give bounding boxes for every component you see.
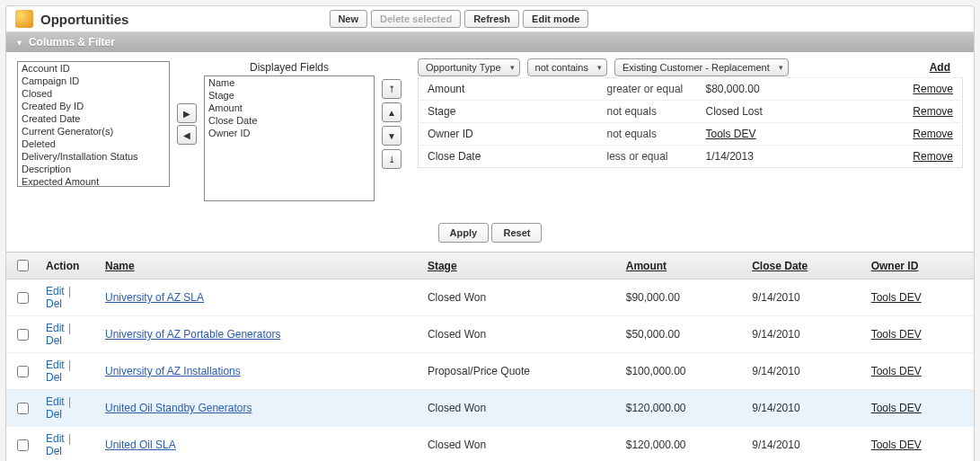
available-field-option[interactable]: Created Date (18, 112, 169, 125)
row-checkbox[interactable] (17, 329, 29, 341)
filter-conditions-table: Amountgreater or equal$80,000.00RemoveSt… (418, 77, 963, 168)
displayed-fields-list[interactable]: NameStageAmountClose DateOwner ID (204, 75, 375, 201)
row-stage: Proposal/Price Quote (420, 353, 619, 390)
row-name-link[interactable]: University of AZ Portable Generators (105, 328, 280, 341)
available-field-option[interactable]: Expected Amount (18, 175, 169, 187)
row-checkbox[interactable] (17, 366, 29, 377)
row-edit-link[interactable]: Edit (46, 395, 65, 408)
displayed-field-option[interactable]: Amount (205, 102, 374, 114)
refresh-button[interactable]: Refresh (464, 10, 519, 28)
displayed-fields-label: Displayed Fields (250, 61, 329, 74)
col-action: Action (39, 253, 98, 279)
filter-remove-link[interactable]: Remove (913, 83, 953, 95)
row-delete-link[interactable]: Del (46, 334, 62, 347)
row-stage: Closed Won (420, 279, 619, 316)
filter-field: Close Date (419, 146, 598, 168)
available-fields-list[interactable]: Account IDCampaign IDClosedCreated By ID… (17, 61, 170, 187)
filter-field-select[interactable]: Opportunity Type (418, 58, 520, 76)
filter-remove-link[interactable]: Remove (913, 105, 953, 118)
available-field-option[interactable]: Description (18, 163, 169, 175)
displayed-field-option[interactable]: Owner ID (205, 127, 374, 139)
filter-value-select[interactable]: Existing Customer - Replacement (614, 58, 789, 76)
row-close: 9/14/2010 (745, 427, 863, 462)
row-name-link[interactable]: University of AZ Installations (105, 365, 241, 377)
displayed-field-option[interactable]: Close Date (205, 114, 374, 127)
row-delete-link[interactable]: Del (46, 297, 62, 310)
displayed-field-option[interactable]: Name (205, 76, 374, 89)
row-stage: Closed Won (420, 316, 619, 353)
edit-mode-button[interactable]: Edit mode (523, 10, 588, 28)
row-owner-link[interactable]: Tools DEV (871, 365, 922, 377)
col-amount[interactable]: Amount (619, 253, 745, 279)
filter-value: Closed Lost (706, 105, 763, 118)
row-amount: $120,000.00 (619, 427, 745, 462)
row-name-link[interactable]: United Oil SLA (105, 439, 176, 451)
row-close: 9/14/2010 (745, 390, 863, 427)
available-field-option[interactable]: Delivery/Installation Status (18, 150, 169, 163)
filter-value: 1/14/2013 (706, 150, 754, 163)
row-amount: $120,000.00 (619, 390, 745, 427)
filter-op: less or equal (598, 146, 697, 168)
select-all-checkbox[interactable] (17, 260, 29, 271)
row-edit-link[interactable]: Edit (46, 432, 65, 445)
row-close: 9/14/2010 (745, 353, 863, 390)
row-owner-link[interactable]: Tools DEV (871, 291, 922, 304)
row-checkbox[interactable] (17, 292, 29, 304)
row-name-link[interactable]: United Oil Standby Generators (105, 402, 252, 414)
available-field-option[interactable]: Campaign ID (18, 75, 169, 87)
row-stage: Closed Won (420, 427, 619, 462)
row-owner-link[interactable]: Tools DEV (871, 328, 922, 341)
filter-remove-link[interactable]: Remove (913, 128, 953, 140)
row-stage: Closed Won (420, 390, 619, 427)
row-checkbox[interactable] (17, 403, 29, 414)
opportunities-icon (15, 10, 33, 28)
row-edit-link[interactable]: Edit (46, 359, 65, 371)
available-field-option[interactable]: Account ID (18, 62, 169, 75)
col-close[interactable]: Close Date (745, 253, 863, 279)
new-button[interactable]: New (329, 10, 367, 28)
filter-remove-link[interactable]: Remove (913, 150, 953, 163)
row-close: 9/14/2010 (745, 279, 863, 316)
row-amount: $50,000.00 (619, 316, 745, 353)
apply-button[interactable]: Apply (438, 223, 490, 243)
available-field-option[interactable]: Deleted (18, 137, 169, 150)
move-left-button[interactable]: ◀ (177, 125, 197, 145)
reset-button[interactable]: Reset (491, 223, 542, 243)
row-amount: $90,000.00 (619, 279, 745, 316)
delete-selected-button[interactable]: Delete selected (371, 10, 461, 28)
move-right-button[interactable]: ▶ (177, 103, 197, 123)
available-field-option[interactable]: Current Generator(s) (18, 125, 169, 137)
row-delete-link[interactable]: Del (46, 371, 62, 384)
page-title: Opportunities (40, 12, 128, 27)
columns-filter-toggle[interactable]: Columns & Filter (6, 32, 974, 52)
move-down-button[interactable]: ▼ (382, 126, 402, 146)
displayed-field-option[interactable]: Stage (205, 89, 374, 102)
results-table: Action Name Stage Amount Close Date Owne… (6, 252, 974, 461)
row-close: 9/14/2010 (745, 316, 863, 353)
available-field-option[interactable]: Closed (18, 87, 169, 100)
filter-field: Owner ID (419, 123, 598, 146)
available-field-option[interactable]: Created By ID (18, 100, 169, 112)
row-edit-link[interactable]: Edit (46, 322, 65, 334)
row-delete-link[interactable]: Del (46, 408, 62, 421)
col-owner[interactable]: Owner ID (864, 253, 974, 279)
col-stage[interactable]: Stage (420, 253, 619, 279)
filter-op: not equals (598, 101, 697, 123)
row-name-link[interactable]: University of AZ SLA (105, 291, 204, 304)
filter-op: not equals (598, 123, 697, 146)
row-edit-link[interactable]: Edit (46, 285, 65, 297)
row-delete-link[interactable]: Del (46, 445, 62, 457)
filter-add-link[interactable]: Add (930, 61, 950, 74)
move-up-button[interactable]: ▲ (382, 102, 402, 122)
filter-field: Stage (419, 101, 598, 123)
filter-field: Amount (419, 78, 598, 101)
move-top-button[interactable]: ⤒ (382, 79, 402, 99)
filter-op: greater or equal (598, 78, 697, 101)
move-bottom-button[interactable]: ⤓ (382, 149, 402, 169)
row-checkbox[interactable] (17, 439, 29, 451)
row-owner-link[interactable]: Tools DEV (871, 402, 922, 414)
filter-value-link[interactable]: Tools DEV (706, 128, 756, 140)
filter-op-select[interactable]: not contains (527, 58, 607, 76)
row-owner-link[interactable]: Tools DEV (871, 439, 922, 451)
col-name[interactable]: Name (98, 253, 420, 279)
